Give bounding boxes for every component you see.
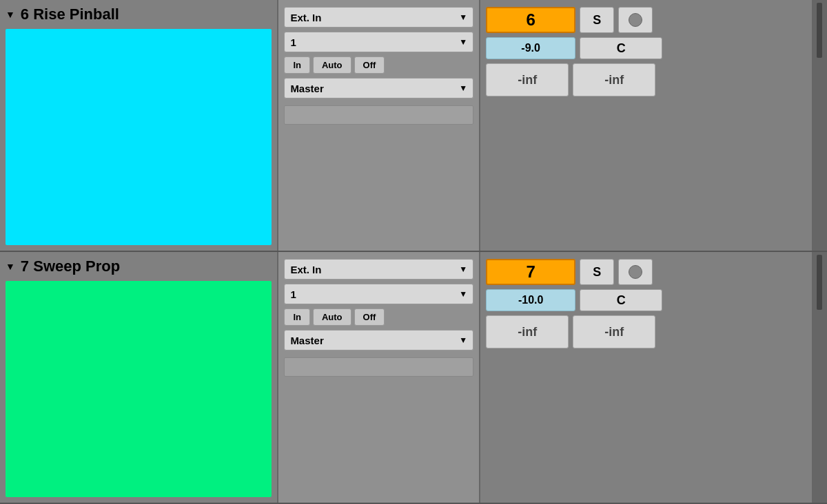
auto-button-7[interactable]: Auto [313,308,351,326]
ext-in-dropdown-7[interactable]: Ext. In ▼ [284,259,473,280]
channel-number-6[interactable]: 6 [486,7,575,33]
c-button-7[interactable]: C [580,289,662,311]
track-header-row-7: ▼ 7 Sweep Prop [0,252,277,275]
track-name-7: 7 Sweep Prop [21,258,120,275]
track-name-6: 6 Rise Pinball [21,6,119,23]
c-button-6[interactable]: C [580,37,662,59]
track-header-row-6: ▼ 6 Rise Pinball [0,0,277,23]
dropdown-arrow-7: ▼ [459,264,467,274]
channel-number-7[interactable]: 7 [486,259,575,285]
volume-row-7: -10.0 C [486,289,806,311]
inf1-button-6[interactable]: -inf [486,63,569,96]
scrollbar-7[interactable] [812,252,827,503]
scroll-segment-7 [817,255,822,310]
empty-bar-6 [284,105,473,125]
dropdown-arrow-6: ▼ [459,12,467,22]
channel-row-7: 7 S [486,259,806,285]
auto-button-6[interactable]: Auto [313,56,351,74]
routing-arrow-6: ▼ [459,83,467,93]
channel-row-6: 6 S [486,7,806,33]
routing-dropdown-7[interactable]: Master ▼ [284,330,473,350]
track-row-7: ▼ 7 Sweep Prop Ext. In ▼ 1 ▼ In Auto Off… [0,252,827,504]
inf1-button-7[interactable]: -inf [486,315,569,348]
off-button-6[interactable]: Off [354,56,385,74]
track-label-area-7: ▼ 7 Sweep Prop [0,252,277,503]
ext-in-dropdown-6[interactable]: Ext. In ▼ [284,7,473,28]
record-circle-6 [629,13,642,27]
record-button-7[interactable] [618,259,653,285]
track-controls-7: Ext. In ▼ 1 ▼ In Auto Off Master ▼ [277,252,480,503]
chevron-icon-7[interactable]: ▼ [6,261,15,272]
record-circle-7 [629,265,642,279]
mode-buttons-7: In Auto Off [284,308,473,326]
solo-button-6[interactable]: S [580,7,614,33]
routing-arrow-7: ▼ [459,335,467,345]
track-color-pad-7 [6,281,272,497]
in-button-7[interactable]: In [284,308,310,326]
routing-dropdown-6[interactable]: Master ▼ [284,78,473,98]
inf-row-6: -inf -inf [486,63,806,96]
mode-buttons-6: In Auto Off [284,56,473,74]
inf-row-7: -inf -inf [486,315,806,348]
volume-row-6: -9.0 C [486,37,806,59]
subchannel-dropdown-6[interactable]: 1 ▼ [284,32,473,52]
in-button-6[interactable]: In [284,56,310,74]
scrollbar-6[interactable] [812,0,827,251]
track-right-6: 6 S -9.0 C -inf -inf [480,0,812,251]
track-row-6: ▼ 6 Rise Pinball Ext. In ▼ 1 ▼ In Auto O… [0,0,827,252]
record-button-6[interactable] [618,7,653,33]
volume-display-6[interactable]: -9.0 [486,37,575,59]
main-container: ▼ 6 Rise Pinball Ext. In ▼ 1 ▼ In Auto O… [0,0,827,504]
scroll-segment-6 [817,3,822,58]
subchannel-arrow-7: ▼ [459,289,467,299]
track-label-area-6: ▼ 6 Rise Pinball [0,0,277,251]
off-button-7[interactable]: Off [354,308,385,326]
inf2-button-6[interactable]: -inf [573,63,655,96]
solo-button-7[interactable]: S [580,259,614,285]
chevron-icon-6[interactable]: ▼ [6,9,15,20]
inf2-button-7[interactable]: -inf [573,315,655,348]
track-right-7: 7 S -10.0 C -inf -inf [480,252,812,503]
track-controls-6: Ext. In ▼ 1 ▼ In Auto Off Master ▼ [277,0,480,251]
subchannel-dropdown-7[interactable]: 1 ▼ [284,284,473,304]
track-color-pad-6 [6,29,272,245]
subchannel-arrow-6: ▼ [459,37,467,47]
empty-bar-7 [284,357,473,377]
volume-display-7[interactable]: -10.0 [486,289,575,311]
